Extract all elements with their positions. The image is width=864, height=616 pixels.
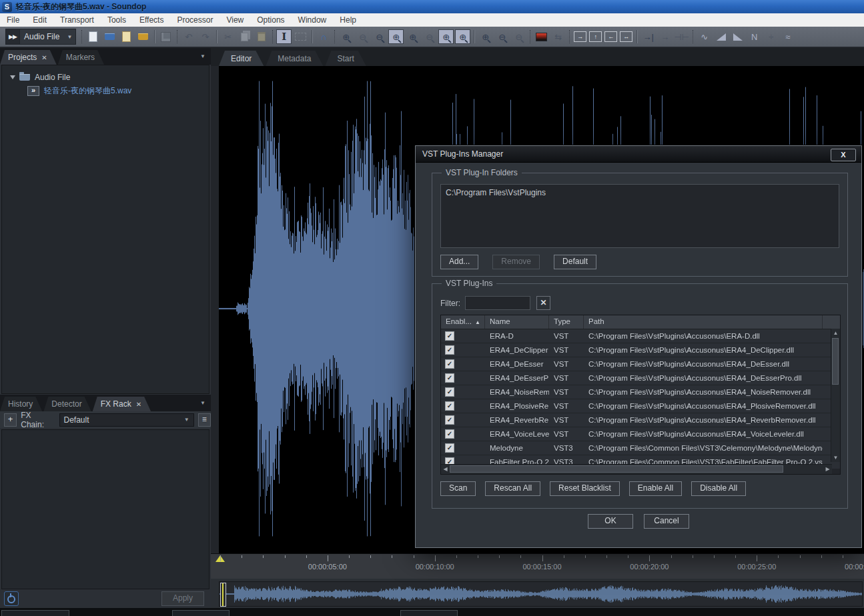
plugin-enabled-checkbox[interactable]: ✓ (445, 345, 454, 355)
horizontal-scrollbar[interactable]: ◀ ▶ (441, 464, 832, 474)
plugin-row[interactable]: ✓ERA4_DeEsserVSTC:\Program Files\VstPlug… (441, 357, 840, 371)
overview-track[interactable] (219, 581, 863, 607)
plugin-row[interactable]: ✓ERA4_ReverbRe...VSTC:\Program Files\Vst… (441, 413, 840, 427)
add-button[interactable]: Add... (440, 255, 478, 269)
fade-out-button[interactable] (730, 29, 745, 44)
menu-edit[interactable]: Edit (26, 13, 53, 27)
plugin-enabled-checkbox[interactable]: ✓ (445, 443, 454, 453)
dialog-close-button[interactable]: X (831, 149, 856, 161)
scroll-left-icon[interactable]: ◀ (441, 465, 450, 473)
plugin-row[interactable]: ✓ERA4_PlosiveRe...VSTC:\Program Files\Vs… (441, 399, 840, 413)
rescan-all-button[interactable]: Rescan All (485, 481, 540, 496)
scan-button[interactable]: Scan (440, 481, 476, 496)
vst-folders-list[interactable]: C:\Program Files\VstPlugins (440, 184, 839, 248)
clear-filter-button[interactable]: ✕ (536, 296, 550, 310)
tab-detector[interactable]: Detector (43, 397, 91, 411)
column-header-path[interactable]: Path (584, 315, 823, 329)
column-header-name[interactable]: Name (485, 315, 549, 329)
envelope-button[interactable]: N (747, 29, 762, 44)
plugin-row[interactable]: ✓ERA-DVSTC:\Program Files\VstPlugins\Acc… (441, 329, 840, 343)
zoom-out-horizontal-button[interactable]: ⊖ (355, 29, 370, 44)
plugin-row[interactable]: ✓MelodyneVST3C:\Program Files\Common Fil… (441, 441, 840, 455)
overview-position-marker[interactable] (220, 583, 226, 607)
cut-button[interactable]: ✂ (220, 29, 236, 44)
zoom-tool-button[interactable]: ⊕ (388, 29, 404, 44)
scroll-up-icon[interactable]: ▲ (831, 329, 840, 337)
panel-menu-caret-icon[interactable]: ▼ (200, 53, 205, 59)
redo-button[interactable]: ↷ (197, 29, 213, 44)
plugin-enabled-checkbox[interactable]: ✓ (445, 429, 454, 439)
taskbar-button[interactable] (1, 610, 69, 616)
plugin-enabled-checkbox[interactable]: ✓ (445, 387, 454, 397)
scroll-down-icon[interactable]: ▼ (831, 453, 840, 462)
add-fx-button[interactable]: + (4, 413, 17, 427)
menu-effects[interactable]: Effects (133, 13, 170, 27)
zoom-reset-vertical-button[interactable]: ⊖ (511, 29, 526, 44)
vst-folder-item[interactable]: C:\Program Files\VstPlugins (441, 185, 839, 201)
plugin-enabled-checkbox[interactable]: ✓ (445, 359, 454, 369)
layout-pane-split-button[interactable]: ↔ (620, 31, 632, 42)
column-header-type[interactable]: Type (549, 315, 584, 329)
layout-pane-left-button[interactable]: ← (604, 31, 617, 42)
mode-selector-dropdown[interactable]: ▶▶ Audio File ▼ (5, 29, 76, 45)
zoom-in-horizontal-button[interactable]: ⊕ (338, 29, 354, 44)
zoom-in-cursor-button[interactable]: ⊕ (405, 29, 420, 44)
zoom-out-button[interactable]: ⊖ (372, 29, 387, 44)
vertical-scroll-thumb[interactable] (832, 338, 839, 385)
menu-file[interactable]: File (0, 13, 26, 27)
column-header-enabl[interactable]: Enabl...▲ (441, 315, 485, 329)
menu-view[interactable]: View (220, 13, 250, 27)
zoom-out-vertical-button[interactable]: ⊖ (494, 29, 510, 44)
tab-start[interactable]: Start (325, 51, 366, 66)
plugin-enabled-checkbox[interactable]: ✓ (445, 415, 454, 425)
zoom-in-selection-button[interactable]: ⊕ (438, 29, 454, 44)
vertical-scrollbar[interactable]: ▲ ▼ (831, 329, 840, 462)
tab-markers[interactable]: Markers (58, 50, 104, 65)
reset-blacklist-button[interactable]: Reset Blacklist (550, 481, 620, 496)
close-icon[interactable]: ✕ (41, 54, 47, 61)
attenuate-button[interactable]: ÷ (763, 29, 779, 44)
wave-settings-button[interactable]: ≈ (780, 29, 795, 44)
ok-button[interactable]: OK (588, 514, 633, 529)
layout-pane-right-button[interactable]: → (574, 31, 586, 42)
paste-button[interactable] (254, 29, 269, 44)
swap-channels-button[interactable]: ⇆ (550, 29, 566, 44)
layout-pane-top-button[interactable]: ↑ (589, 31, 602, 42)
enable-all-button[interactable]: Enable All (629, 481, 682, 496)
plugin-enabled-checkbox[interactable]: ✓ (445, 373, 454, 383)
default-button[interactable]: Default (554, 255, 596, 269)
tab-projects[interactable]: Projects✕ (0, 50, 57, 65)
menu-window[interactable]: Window (292, 13, 334, 27)
filter-input[interactable] (465, 296, 530, 310)
scroll-right-icon[interactable]: ▶ (823, 465, 832, 473)
tab-metadata[interactable]: Metadata (266, 51, 323, 66)
open-audio-file-button[interactable] (102, 29, 117, 44)
zoom-full-button[interactable]: ⊕ (455, 29, 470, 44)
selection-handles-button[interactable]: ⊣⊢ (674, 29, 689, 44)
new-audio-file-button[interactable] (85, 29, 101, 44)
menu-help[interactable]: Help (333, 13, 363, 27)
tab-history[interactable]: History (0, 397, 42, 411)
title-bar[interactable]: S 轻音乐-夜的钢琴曲5.wav - Soundop (0, 0, 864, 14)
time-selection-tool-button[interactable]: I (276, 29, 292, 44)
menu-options[interactable]: Options (250, 13, 291, 27)
fx-chain-menu-button[interactable]: ≡ (198, 413, 211, 427)
dialog-title-bar[interactable]: VST Plug-Ins Manager X (416, 146, 861, 163)
fx-chain-select[interactable]: Default ▼ (59, 413, 194, 427)
power-toggle-icon[interactable] (4, 591, 19, 606)
expander-icon[interactable] (10, 75, 15, 79)
tree-folder-row[interactable]: Audio File (2, 71, 209, 84)
new-project-button[interactable] (119, 29, 134, 44)
waveform-overview[interactable] (220, 582, 862, 606)
menu-transport[interactable]: Transport (53, 13, 101, 27)
open-project-button[interactable] (135, 29, 151, 44)
zoom-out-cursor-button[interactable]: ⊖ (422, 29, 437, 44)
cancel-button[interactable]: Cancel (644, 514, 689, 529)
tree-file-row[interactable]: » 轻音乐-夜的钢琴曲5.wav (2, 84, 209, 97)
copy-button[interactable] (237, 29, 252, 44)
smooth-wave-button[interactable]: ∿ (697, 29, 712, 44)
spectral-view-button[interactable] (534, 29, 549, 44)
menu-tools[interactable]: Tools (101, 13, 133, 27)
snap-toggle-button[interactable]: ∩ (316, 29, 331, 44)
apply-button[interactable]: Apply (161, 591, 204, 606)
